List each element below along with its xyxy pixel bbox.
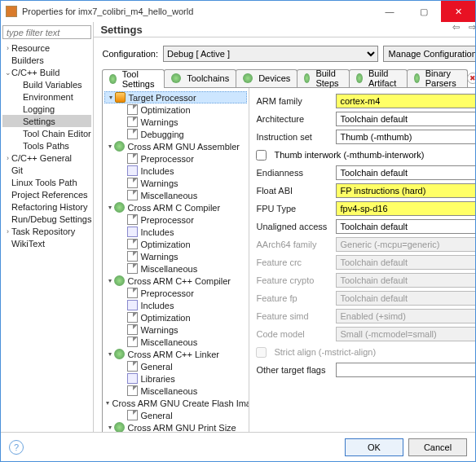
arm_family-select[interactable]: cortex-m4 <box>336 94 475 108</box>
tree-item[interactable]: Warnings <box>104 250 247 262</box>
minimize-button[interactable]: — <box>372 1 407 22</box>
tab[interactable]: Tool Settings <box>102 69 165 88</box>
nav-item[interactable]: Run/Debug Settings <box>2 213 91 225</box>
form-row: Code modelSmall (-mcmodel=small) <box>256 326 475 342</box>
tree-item[interactable]: General <box>104 360 247 372</box>
architecture-select[interactable]: Toolchain default <box>336 112 475 126</box>
field-label: Unaligned access <box>256 222 331 231</box>
instr_set-select[interactable]: Thumb (-mthumb) <box>336 130 475 144</box>
tree-item[interactable]: Warnings <box>104 116 247 128</box>
maximize-button[interactable]: ▢ <box>407 1 441 22</box>
cancel-button[interactable]: Cancel <box>408 438 467 456</box>
nav-item[interactable]: Linux Tools Path <box>2 176 91 188</box>
manage-config-button[interactable]: Manage Configurations... <box>383 46 475 62</box>
nav-item[interactable]: ›Resource <box>2 42 91 54</box>
nav-item[interactable]: Settings <box>2 115 91 127</box>
nav-item[interactable]: Build Variables <box>2 78 91 90</box>
tab[interactable]: Binary Parsers <box>407 69 468 87</box>
ok-button[interactable]: OK <box>345 438 403 456</box>
config-row: Configuration: Debug [ Active ] Manage C… <box>94 37 475 68</box>
tree-item[interactable]: Debugging <box>104 128 247 140</box>
tree-item[interactable]: Preprocessor <box>104 152 247 165</box>
tree-item[interactable]: ▾Cross ARM C Compiler <box>104 201 247 213</box>
unaligned-select[interactable]: Toolchain default <box>336 219 475 234</box>
tree-item[interactable]: Optimization <box>104 238 247 250</box>
form-row: EndiannessToolchain default <box>256 165 475 181</box>
app-icon <box>6 6 17 17</box>
form-row: Float ABIFP instructions (hard) <box>256 183 475 199</box>
tab[interactable]: Build Steps <box>297 69 350 87</box>
settings-form: ARM familycortex-m4ArchitectureToolchain… <box>249 88 475 432</box>
tree-item[interactable]: Optimization <box>104 103 247 116</box>
tree-item[interactable]: ▾Target Processor <box>104 91 247 103</box>
form-row: Feature simdEnabled (+simd) <box>256 308 475 324</box>
form-row: Feature cryptoToolchain default <box>256 272 475 288</box>
nav-item[interactable]: Tools Paths <box>2 139 91 152</box>
field-label: Architecture <box>256 114 331 124</box>
tree-item[interactable]: Warnings <box>104 323 247 336</box>
tab-icon <box>304 73 310 83</box>
tree-item[interactable]: Optimization <box>104 311 247 323</box>
close-button[interactable]: ✕ <box>441 1 475 22</box>
help-button[interactable]: ? <box>9 440 24 455</box>
gear-icon <box>114 349 125 359</box>
tree-item[interactable]: ▾Cross ARM GNU Print Size <box>104 421 247 432</box>
forward-button[interactable]: ⇨ <box>465 22 475 37</box>
field-label: Feature simd <box>256 311 331 321</box>
tree-item[interactable]: Includes <box>104 226 247 238</box>
nav-item[interactable]: ⌄C/C++ Build <box>2 66 91 78</box>
float_abi-select[interactable]: FP instructions (hard) <box>336 183 475 198</box>
tree-item[interactable]: Includes <box>104 299 247 311</box>
tab[interactable]: Devices <box>236 69 298 87</box>
nav-item[interactable]: ›C/C++ General <box>2 152 91 164</box>
tree-item[interactable]: Miscellaneous <box>104 262 247 275</box>
endianness-select[interactable]: Toolchain default <box>336 165 475 180</box>
form-row: Strict align (-mstrict-align) <box>256 344 475 360</box>
nav-item[interactable]: WikiText <box>2 237 91 249</box>
other-flags-input[interactable] <box>336 363 475 377</box>
nav-item[interactable]: Project References <box>2 188 91 200</box>
tree-item[interactable]: ▾Cross ARM GNU Assembler <box>104 140 247 152</box>
thumb_iw-checkbox[interactable] <box>256 150 267 161</box>
field-label: FPU Type <box>256 204 331 213</box>
tab-icon <box>243 73 253 83</box>
nav-item[interactable]: Git <box>2 164 91 176</box>
field-label: Endianness <box>256 168 331 178</box>
tree-item[interactable]: ▾Cross ARM GNU Create Flash Image <box>104 397 247 409</box>
gear-icon <box>114 141 125 152</box>
tree-item[interactable]: Miscellaneous <box>104 385 247 397</box>
nav-item[interactable]: Logging <box>2 103 91 115</box>
config-select[interactable]: Debug [ Active ] <box>163 46 378 62</box>
doc-icon <box>127 190 138 200</box>
doc-icon <box>127 153 138 164</box>
tree-item[interactable]: Warnings <box>104 177 247 189</box>
page-title: Settings <box>100 24 447 36</box>
tree-item[interactable]: Preprocessor <box>104 287 247 299</box>
tool-settings-tree[interactable]: ▾Target ProcessorOptimizationWarningsDeb… <box>103 88 249 432</box>
tree-item[interactable]: Libraries <box>104 372 247 385</box>
tree-item[interactable]: ▾Cross ARM C++ Linker <box>104 348 247 360</box>
doc-icon <box>127 263 138 274</box>
nav-item[interactable]: Environment <box>2 90 91 103</box>
tree-item[interactable]: Miscellaneous <box>104 189 247 201</box>
tab-error-icon[interactable]: ✖ <box>467 73 475 84</box>
field-label: ARM family <box>256 96 331 106</box>
back-button[interactable]: ⇦ <box>449 22 464 37</box>
tree-item[interactable]: ▾Cross ARM C++ Compiler <box>104 275 247 287</box>
nav-item[interactable]: ›Task Repository <box>2 225 91 237</box>
tree-item[interactable]: Miscellaneous <box>104 336 247 348</box>
window-title: Properties for imx7_colibri_m4_hello_wor… <box>22 7 372 16</box>
field-label: Feature crc <box>256 257 331 267</box>
tree-item[interactable]: Preprocessor <box>104 213 247 226</box>
doc-icon <box>127 104 138 115</box>
tab[interactable]: Build Artifact <box>349 69 407 87</box>
nav-item[interactable]: Tool Chain Editor <box>2 127 91 139</box>
tree-item[interactable]: Includes <box>104 165 247 177</box>
tab[interactable]: Toolchains <box>164 69 236 87</box>
nav-item[interactable]: Builders <box>2 54 91 66</box>
doc-icon <box>127 324 138 335</box>
fpu_type-select[interactable]: fpv4-sp-d16 <box>336 201 475 216</box>
tree-item[interactable]: General <box>104 409 247 421</box>
nav-item[interactable]: Refactoring History <box>2 200 91 213</box>
nav-filter-input[interactable] <box>2 25 91 39</box>
